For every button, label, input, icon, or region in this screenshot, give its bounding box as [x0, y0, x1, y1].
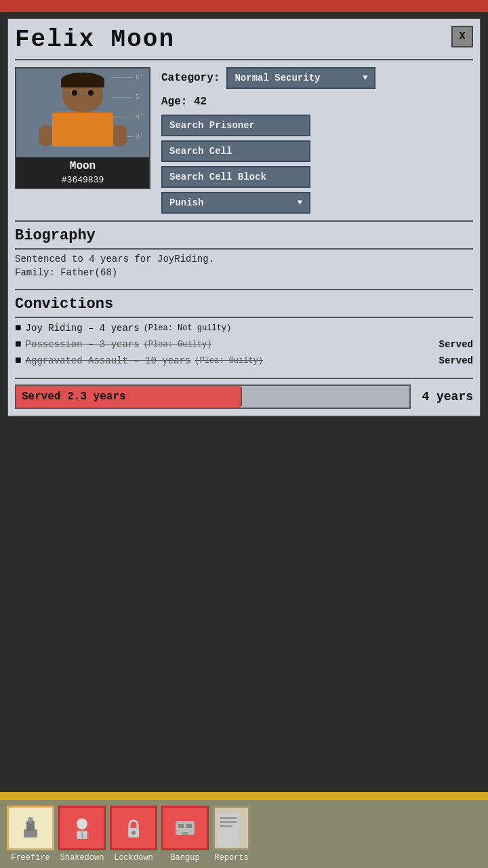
profile-row: 6' 5' 4' 3': [15, 67, 473, 214]
search-cell-block-button[interactable]: Search Cell Block: [161, 166, 310, 188]
age-label: Age: 42: [161, 96, 207, 108]
bio-sentence: Sentenced to 4 years for JoyRiding.: [15, 254, 473, 264]
search-cell-button[interactable]: Search Cell: [161, 140, 310, 162]
sentence-total-text: 4 years: [419, 390, 473, 403]
prisoner-head: [62, 75, 103, 113]
age-row: Age: 42: [161, 96, 473, 108]
sentence-bar-bg: Served 2.3 years: [15, 384, 411, 409]
svg-rect-11: [182, 832, 188, 835]
lockdown-icon-box: [110, 806, 157, 850]
punish-arrow: ▼: [298, 198, 302, 208]
punish-dropdown[interactable]: Punish ▼: [161, 192, 310, 214]
search-prisoner-button[interactable]: Search Prisoner: [161, 115, 310, 136]
close-button[interactable]: X: [451, 26, 473, 47]
convictions-section: Convictions ■ Joy Riding – 4 years (Plea…: [15, 289, 473, 367]
category-label: Category:: [161, 72, 220, 84]
freefire-icon: [17, 814, 44, 842]
sentence-bar-row: Served 2.3 years 4 years: [15, 384, 473, 409]
toolbar-shakedown[interactable]: Shakedown: [58, 806, 106, 863]
lockdown-icon: [120, 814, 147, 842]
conviction-text-3: Aggravated Assault – 10 years: [26, 355, 191, 366]
svg-rect-1: [26, 821, 35, 831]
category-value: Normal Security: [235, 73, 320, 83]
conv-title-divider: [15, 317, 473, 318]
shakedown-icon: [68, 814, 96, 842]
conviction-left-2: ■ Possession – 3 years (Plea: Guilty): [15, 338, 439, 351]
bullet-2: ■: [15, 338, 22, 351]
mugshot-name: Moon: [16, 157, 149, 175]
prisoner-body: [52, 113, 113, 146]
bullet-3: ■: [15, 355, 22, 367]
bangup-label: Bangup: [170, 853, 199, 863]
prisoner-eye-left: [72, 90, 77, 96]
toolbar-reports[interactable]: Reports: [213, 806, 250, 863]
bangup-icon-box: [161, 806, 209, 850]
svg-point-3: [77, 818, 87, 829]
plea-2: (Plea: Guilty): [144, 340, 212, 349]
toolbar-bangup[interactable]: Bangup: [161, 806, 209, 863]
bangup-icon: [171, 814, 199, 842]
conviction-left-3: ■ Aggravated Assault – 10 years (Plea: G…: [15, 355, 439, 367]
lockdown-label: Lockdown: [114, 853, 153, 863]
punish-label: Punish: [169, 197, 203, 208]
reports-label: Reports: [214, 853, 248, 863]
top-bar: [0, 0, 488, 12]
conviction-text-2: Possession – 3 years: [26, 339, 140, 350]
category-arrow: ▼: [363, 73, 367, 83]
plea-3: (Plea: Guilty): [195, 356, 263, 366]
freefire-label: Freefire: [11, 853, 50, 863]
main-panel: Felix Moon X 6' 5' 4' 3': [7, 18, 481, 417]
conviction-item-1: ■ Joy Riding – 4 years (Plea: Not guilty…: [15, 322, 473, 334]
prisoner-arm-left: [39, 125, 52, 146]
svg-rect-13: [220, 817, 237, 819]
freefire-icon-box: [7, 806, 54, 850]
bullet-1: ■: [15, 322, 22, 334]
conviction-left-1: ■ Joy Riding – 4 years (Plea: Not guilty…: [15, 322, 473, 334]
served-label-3: Served: [439, 355, 473, 366]
bio-divider: [15, 248, 473, 250]
plea-1: (Plea: Not guilty): [144, 323, 232, 333]
sentence-divider: [241, 387, 242, 406]
prisoner-name: Felix Moon: [15, 26, 175, 54]
reports-icon: [215, 808, 250, 850]
yellow-bar: [0, 792, 488, 800]
info-actions: Category: Normal Security ▼ Age: 42 Sear…: [161, 67, 473, 214]
title-divider: [15, 59, 473, 60]
prisoner-eye-right: [88, 90, 94, 96]
svg-rect-14: [220, 821, 237, 823]
mugshot: 6' 5' 4' 3': [15, 67, 150, 189]
conviction-item-3: ■ Aggravated Assault – 10 years (Plea: G…: [15, 355, 473, 367]
reports-icon-box: [213, 806, 250, 850]
served-label-2: Served: [439, 339, 473, 350]
prisoner-arm-right: [113, 125, 127, 146]
served-years-text: Served 2.3 years: [22, 391, 126, 403]
convictions-title: Convictions: [15, 296, 473, 313]
conv-top-divider: [15, 289, 473, 290]
info-row: Category: Normal Security ▼: [161, 67, 473, 89]
bottom-toolbar: Freefire Shakedown Lockdown: [0, 800, 488, 868]
svg-point-2: [28, 817, 33, 823]
svg-rect-10: [186, 824, 192, 828]
conviction-text-1: Joy Riding – 4 years: [26, 323, 140, 334]
shakedown-icon-box: [58, 806, 106, 850]
svg-rect-15: [220, 825, 232, 827]
sentence-bar-section: Served 2.3 years 4 years: [15, 378, 473, 409]
sentence-bar-fill: Served 2.3 years: [16, 386, 241, 408]
profile-divider: [15, 220, 473, 222]
prisoner-eyes: [72, 90, 94, 96]
biography-title: Biography: [15, 227, 473, 244]
toolbar-freefire[interactable]: Freefire: [7, 806, 54, 863]
svg-point-7: [131, 831, 136, 835]
shakedown-label: Shakedown: [60, 853, 104, 863]
bio-family: Family: Father(68): [15, 267, 473, 278]
title-row: Felix Moon X: [15, 26, 473, 54]
prisoner-hair: [61, 73, 104, 87]
category-dropdown[interactable]: Normal Security ▼: [226, 67, 375, 89]
conviction-item-2: ■ Possession – 3 years (Plea: Guilty) Se…: [15, 338, 473, 351]
mugshot-id: #3649839: [16, 175, 149, 188]
svg-rect-9: [178, 824, 184, 828]
toolbar-lockdown[interactable]: Lockdown: [110, 806, 157, 863]
prisoner-figure: [39, 75, 127, 146]
